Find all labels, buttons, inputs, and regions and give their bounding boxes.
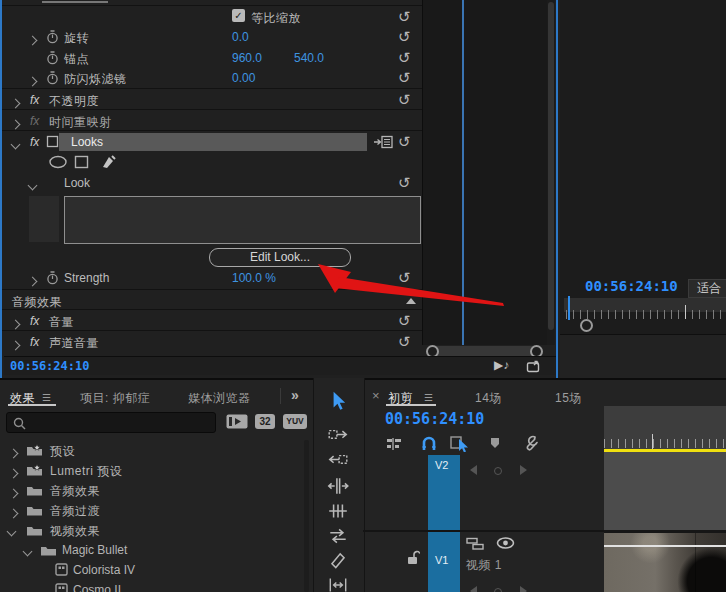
effect-row-looks[interactable]: fx Looks ↺ [4,132,422,152]
uniform-scale-checkbox[interactable]: ✓ [232,9,245,22]
chevron-down-icon[interactable] [12,137,19,151]
export-icon[interactable] [526,359,542,373]
linked-selection-icon[interactable] [450,435,472,452]
chevron-down-icon[interactable] [24,544,31,558]
tree-item-audio-effects[interactable]: 音频效果 [0,480,300,500]
reset-icon[interactable]: ↺ [398,91,411,109]
horizontal-zoom-scrollbar[interactable] [427,346,542,356]
reset-icon[interactable]: ↺ [398,133,411,151]
close-tab-icon[interactable]: × [372,388,380,403]
timeline-timecode[interactable]: 00:56:24:10 [385,410,484,428]
yuv-badge[interactable]: YUV [283,414,307,429]
v2-adjustment-layer-clip[interactable] [604,452,726,530]
edit-look-button[interactable]: Edit Look... [209,248,351,267]
chevron-right-icon[interactable] [12,117,19,131]
chevron-right-icon[interactable] [29,33,36,47]
pen-mask-icon[interactable] [100,154,116,170]
audio-effects-section-header[interactable]: 音频效果 [4,291,422,311]
stopwatch-icon[interactable] [46,271,59,285]
chevron-right-icon[interactable] [29,74,36,88]
chevron-right-icon[interactable] [12,96,19,110]
reset-icon[interactable]: ↺ [398,49,411,67]
rotation-value[interactable]: 0.0 [232,30,249,44]
antiflicker-value[interactable]: 0.00 [232,71,255,85]
track-select-backward-tool[interactable] [327,449,349,471]
effect-name-field[interactable]: Looks [59,133,367,151]
reset-icon[interactable]: ↺ [398,8,411,26]
chevron-down-icon[interactable] [8,524,15,538]
next-keyframe-icon[interactable] [520,465,527,475]
stopwatch-icon[interactable] [46,51,59,65]
unlock-icon[interactable] [406,550,420,565]
add-keyframe-icon[interactable] [494,588,502,592]
sync-lock-icon[interactable] [466,537,484,550]
reset-icon[interactable]: ↺ [398,312,411,330]
reset-icon[interactable]: ↺ [398,174,411,192]
play-audio-icon[interactable]: ▶♪ [494,358,509,372]
v1-track-name[interactable]: 视频 1 [466,557,502,574]
chevron-down-icon[interactable] [29,178,36,192]
keyframe-timeline-area[interactable] [422,0,548,345]
track-select-forward-tool[interactable] [327,424,349,446]
rolling-edit-tool[interactable] [327,500,349,522]
collapse-section-icon[interactable] [406,298,416,304]
chevron-right-icon[interactable] [10,506,17,520]
effect-controls-timecode[interactable]: 00:56:24:10 [10,359,89,373]
snap-icon[interactable] [420,435,438,452]
selection-tool[interactable] [327,390,349,412]
next-keyframe-icon[interactable] [520,586,527,592]
playhead-line[interactable] [462,0,464,345]
tab-sequence-15[interactable]: 15场 [555,390,582,407]
timeline-ruler[interactable] [604,406,726,449]
look-preview-box[interactable] [64,196,421,244]
tab-project[interactable]: 项目: 抑郁症 [80,390,150,407]
reset-icon[interactable]: ↺ [398,269,411,287]
slip-tool[interactable] [327,574,349,592]
nest-sequence-icon[interactable] [385,436,403,452]
chevron-right-icon[interactable] [10,466,17,480]
v1-track-target[interactable]: V1 [428,532,460,592]
reset-icon[interactable]: ↺ [398,69,411,87]
vertical-scrollbar-thumb[interactable] [548,2,554,330]
setup-effect-icon[interactable] [373,135,393,149]
rectangle-mask-icon[interactable] [74,155,90,169]
chevron-right-icon[interactable] [10,446,17,460]
program-playhead[interactable] [568,296,570,320]
anchor-y-value[interactable]: 540.0 [294,51,324,65]
search-input[interactable] [29,414,213,431]
clip-rubber-band[interactable] [604,545,726,547]
add-marker-icon[interactable] [488,436,502,451]
ripple-edit-tool[interactable] [327,475,349,497]
previous-keyframe-icon[interactable] [470,465,477,475]
v1-video-clip[interactable] [604,533,726,592]
panel-menu-icon[interactable]: ☰ [424,392,433,403]
anchor-x-value[interactable]: 960.0 [232,51,262,65]
track-output-eye-icon[interactable] [496,536,515,550]
v2-track-target[interactable]: V2 [428,455,460,530]
razor-tool[interactable] [327,550,349,572]
stopwatch-icon[interactable] [46,30,59,44]
program-scroll-handle[interactable] [580,319,593,332]
chevron-right-icon[interactable] [10,486,17,500]
effects-search-box[interactable] [6,412,216,433]
chevron-right-icon[interactable] [12,317,19,331]
effects-scrollbar[interactable] [304,440,309,592]
chevron-right-icon[interactable] [29,274,36,288]
tab-sequence-14[interactable]: 14场 [475,390,502,407]
tab-overflow-chevron[interactable]: » [291,387,299,403]
ellipse-mask-icon[interactable] [48,155,68,169]
add-keyframe-icon[interactable] [494,467,502,475]
tree-item-colorista[interactable]: Colorista IV [0,560,300,580]
chevron-right-icon[interactable] [12,338,19,352]
strength-value[interactable]: 100.0 % [232,271,276,285]
zoom-level-dropdown[interactable]: 适合 [688,279,726,298]
tab-media-browser[interactable]: 媒体浏览器 [188,390,251,407]
reset-icon[interactable]: ↺ [398,333,411,351]
tree-item-video-effects[interactable]: 视频效果 [0,520,300,540]
rate-stretch-tool[interactable] [327,525,349,547]
timeline-settings-wrench-icon[interactable] [520,434,540,453]
tree-item-audio-transitions[interactable]: 音频过渡 [0,500,300,520]
reset-icon[interactable]: ↺ [398,28,411,46]
program-timecode[interactable]: 00:56:24:10 [585,278,678,294]
previous-keyframe-icon[interactable] [470,586,477,592]
